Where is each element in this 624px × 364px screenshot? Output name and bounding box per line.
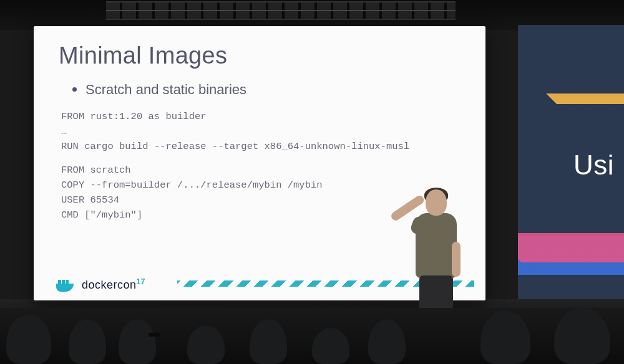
speaker-head <box>426 189 447 216</box>
audience-row <box>0 308 624 364</box>
audience-head <box>312 328 349 364</box>
audience-head <box>368 319 406 364</box>
speaker-right-arm <box>452 242 461 277</box>
speaker-person <box>402 189 470 328</box>
bullet-text: Scratch and static binaries <box>85 82 246 98</box>
dockerfile-stage-1: FROM rust:1.20 as builder … RUN cargo bu… <box>61 109 463 154</box>
audience-head <box>6 314 51 364</box>
audience-head <box>119 319 156 364</box>
slide-footer: dockercon17 <box>56 277 145 292</box>
lighting-truss <box>106 1 456 20</box>
banner-partial-text: Usi <box>573 150 614 181</box>
stage-side-banner: Usi <box>518 25 624 324</box>
speaker-torso <box>416 213 457 278</box>
footer-year: 17 <box>137 277 145 286</box>
footer-brand-text: dockercon17 <box>82 277 145 292</box>
bullet-dot-icon <box>72 87 77 92</box>
audience-head <box>554 308 610 364</box>
slide-title: Minimal Images <box>59 42 463 69</box>
footer-brand: dockercon <box>82 279 137 291</box>
audience-head <box>480 310 530 364</box>
arrow-graphic-yellow <box>546 41 624 146</box>
audience-head <box>250 319 287 364</box>
docker-whale-icon <box>56 277 77 292</box>
audience-head <box>69 319 106 364</box>
bullet-row: Scratch and static binaries <box>72 82 463 98</box>
audience-head <box>187 325 225 364</box>
